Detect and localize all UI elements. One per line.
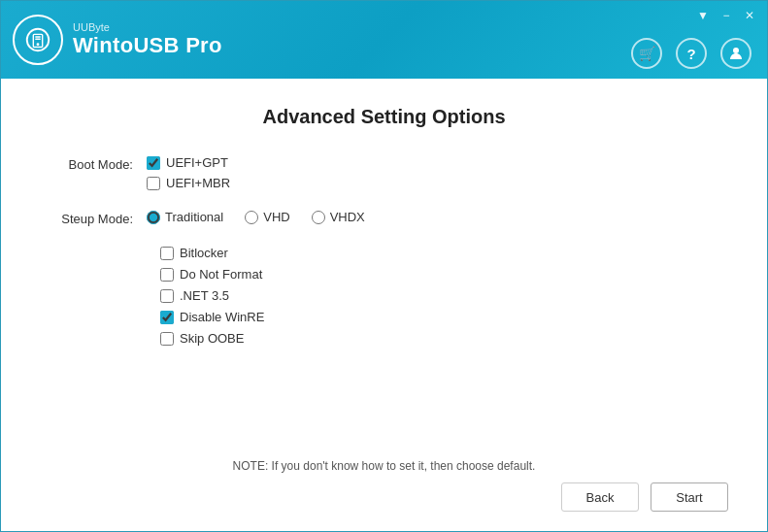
do-not-format-checkbox[interactable] [160,268,174,282]
bitlocker-checkbox[interactable] [160,247,174,260]
titlebar-icons: 🛒 ? [631,38,751,69]
help-icon[interactable]: ? [676,38,707,69]
note-text: NOTE: If you don't know how to set it, t… [40,449,728,473]
cart-icon[interactable]: 🛒 [631,38,662,69]
bitlocker-option[interactable]: Bitlocker [160,246,728,260]
traditional-radio[interactable] [147,211,160,224]
vhd-option[interactable]: VHD [245,210,289,224]
vhdx-label: VHDX [330,210,365,224]
skip-oobe-checkbox[interactable] [160,332,174,346]
bitlocker-label: Bitlocker [180,246,228,260]
start-button[interactable]: Start [651,482,728,512]
dropdown-indicator: ▼ [695,9,711,22]
uefi-gpt-option[interactable]: UEFI+GPT [147,155,230,170]
svg-rect-4 [35,39,41,40]
vhdx-option[interactable]: VHDX [312,210,365,224]
minimize-button[interactable]: − [718,9,734,22]
net35-option[interactable]: .NET 3.5 [160,288,728,303]
vhd-radio[interactable] [245,211,258,224]
disable-winre-option[interactable]: Disable WinRE [160,310,728,324]
boot-mode-controls: UEFI+GPT UEFI+MBR [147,155,230,190]
uefi-mbr-label: UEFI+MBR [166,176,230,190]
skip-oobe-label: Skip OOBE [180,331,244,346]
page-title: Advanced Setting Options [40,106,728,128]
net35-label: .NET 3.5 [180,288,229,303]
window-controls: ▼ − ✕ [695,9,757,22]
skip-oobe-option[interactable]: Skip OOBE [160,331,728,346]
extra-options-list: Bitlocker Do Not Format .NET 3.5 Disable… [160,246,728,346]
vhdx-radio[interactable] [312,211,325,224]
boot-mode-row: Boot Mode: UEFI+GPT UEFI+MBR [40,155,728,190]
footer-buttons: Back Start [40,473,728,512]
app-title-block: UUByte WintoUSB Pro [73,21,222,58]
boot-mode-label: Boot Mode: [40,155,147,172]
net35-checkbox[interactable] [160,289,174,303]
svg-point-5 [733,48,739,53]
main-content: Advanced Setting Options Boot Mode: UEFI… [1,79,767,531]
app-subtitle: UUByte [73,21,222,33]
user-svg [728,46,744,61]
form-section: Boot Mode: UEFI+GPT UEFI+MBR Steup Mode: [40,155,728,449]
vhd-label: VHD [263,210,289,224]
user-icon[interactable] [720,38,751,69]
svg-rect-3 [35,36,41,37]
back-button[interactable]: Back [561,482,639,512]
do-not-format-label: Do Not Format [180,267,262,282]
traditional-label: Traditional [165,210,223,224]
app-title: WintoUSB Pro [73,33,222,58]
setup-mode-row: Steup Mode: Traditional VHD VHDX [40,210,728,226]
logo-icon [23,25,52,54]
uefi-gpt-label: UEFI+GPT [166,155,228,170]
uefi-gpt-checkbox[interactable] [147,156,160,170]
traditional-option[interactable]: Traditional [147,210,223,224]
titlebar: ▼ − ✕ UUByte WintoUSB Pro 🛒 ? [1,1,767,79]
uefi-mbr-option[interactable]: UEFI+MBR [147,176,230,190]
do-not-format-option[interactable]: Do Not Format [160,267,728,282]
setup-mode-label: Steup Mode: [40,210,147,226]
disable-winre-label: Disable WinRE [180,310,264,324]
setup-mode-controls: Traditional VHD VHDX [147,210,365,224]
app-window: ▼ − ✕ UUByte WintoUSB Pro 🛒 ? [0,0,768,532]
svg-point-2 [37,43,40,46]
app-logo [13,15,63,65]
close-button[interactable]: ✕ [742,9,757,22]
uefi-mbr-checkbox[interactable] [147,177,160,190]
disable-winre-checkbox[interactable] [160,311,174,324]
